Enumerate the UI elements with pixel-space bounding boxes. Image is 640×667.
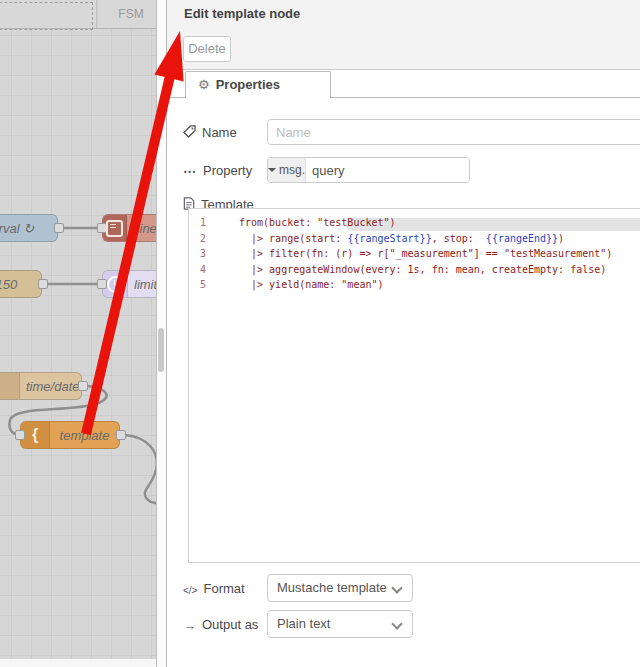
canvas-vscroll-gutter[interactable]	[157, 0, 166, 667]
code-icon: </>	[183, 585, 197, 596]
name-label: Name	[183, 125, 237, 141]
function-icon: f	[0, 373, 20, 399]
output-port[interactable]	[54, 223, 64, 233]
canvas-hscroll-gutter[interactable]	[0, 659, 156, 667]
node-label: s-150	[0, 277, 41, 292]
property-value-input[interactable]	[306, 158, 470, 182]
tab-properties[interactable]: ⚙Properties	[185, 71, 331, 98]
node-limit[interactable]: limit 1 ms	[102, 270, 157, 298]
line-number: 5	[189, 277, 206, 293]
node-label: limit 1 ms	[128, 277, 157, 292]
node-label: sineW	[127, 221, 157, 236]
arrow-right-icon: →	[183, 618, 196, 633]
line-number: 4	[189, 262, 206, 278]
chevron-down-icon	[391, 582, 402, 593]
code-line[interactable]: 4 |> aggregateWindow(every: 1s, fn: mean…	[189, 262, 640, 278]
dialog-tab-row: ⚙Properties	[167, 70, 640, 98]
node-label: template	[50, 428, 119, 443]
app-window: FSM interval ↻ sineW s-150	[0, 0, 640, 667]
name-input[interactable]	[267, 119, 640, 145]
code-line[interactable]: 3 |> filter(fn: (r) => r["_measurement"]…	[189, 246, 640, 262]
input-port[interactable]	[15, 430, 25, 440]
edit-dialog-panel: Edit template node Delete ⚙Properties Na…	[166, 0, 640, 667]
output-port[interactable]	[38, 279, 48, 289]
output-port[interactable]	[78, 381, 88, 391]
node-timedate[interactable]: f time/date	[0, 372, 82, 400]
node-label: time/date	[20, 379, 81, 394]
node-template[interactable]: { template	[20, 421, 120, 449]
wire-template-out[interactable]	[125, 435, 156, 503]
output-as-label: →Output as	[183, 617, 258, 633]
delete-button[interactable]: Delete	[183, 36, 231, 62]
property-type-selector[interactable]: msg.	[268, 158, 306, 182]
timer-icon	[103, 271, 128, 297]
code-lines: 1from(bucket: "testBucket")2 |> range(st…	[189, 209, 640, 293]
flow-canvas[interactable]: FSM interval ↻ sineW s-150	[0, 0, 157, 667]
caret-down-icon	[268, 168, 276, 172]
dialog-title: Edit template node	[167, 0, 640, 29]
input-port[interactable]	[97, 279, 107, 289]
format-select[interactable]: Mustache template	[267, 574, 413, 602]
line-number: 3	[189, 246, 206, 262]
node-interval[interactable]: interval ↻	[0, 214, 58, 242]
sinewave-icon	[103, 215, 127, 241]
flow-wires	[0, 0, 156, 667]
gear-icon: ⚙	[198, 77, 210, 92]
code-line[interactable]: 2 |> range(start: {{rangeStart}}, stop: …	[189, 231, 640, 247]
template-code-editor[interactable]: 1from(bucket: "testBucket")2 |> range(st…	[188, 208, 640, 563]
node-label: interval ↻	[0, 221, 57, 236]
output-as-select[interactable]: Plain text	[267, 610, 413, 638]
ellipsis-icon: ⋯	[183, 164, 197, 179]
property-typed-input[interactable]: msg.	[267, 157, 470, 183]
output-port[interactable]	[116, 430, 126, 440]
node-s150[interactable]: s-150	[0, 270, 42, 298]
code-line[interactable]: 5 |> yield(name: "mean")	[189, 277, 640, 293]
scrollbar-thumb[interactable]	[158, 328, 164, 372]
property-label: ⋯Property	[183, 163, 252, 179]
code-line[interactable]: 1from(bucket: "testBucket")	[189, 215, 640, 231]
template-brace-icon: {	[21, 422, 50, 448]
node-sinewave[interactable]: sineW	[102, 214, 157, 242]
dialog-button-row: Delete	[167, 28, 640, 70]
line-number: 1	[189, 215, 206, 231]
chevron-down-icon	[391, 618, 402, 629]
format-label: </>Format	[183, 581, 245, 596]
line-number: 2	[189, 231, 206, 247]
tag-icon	[183, 125, 196, 141]
